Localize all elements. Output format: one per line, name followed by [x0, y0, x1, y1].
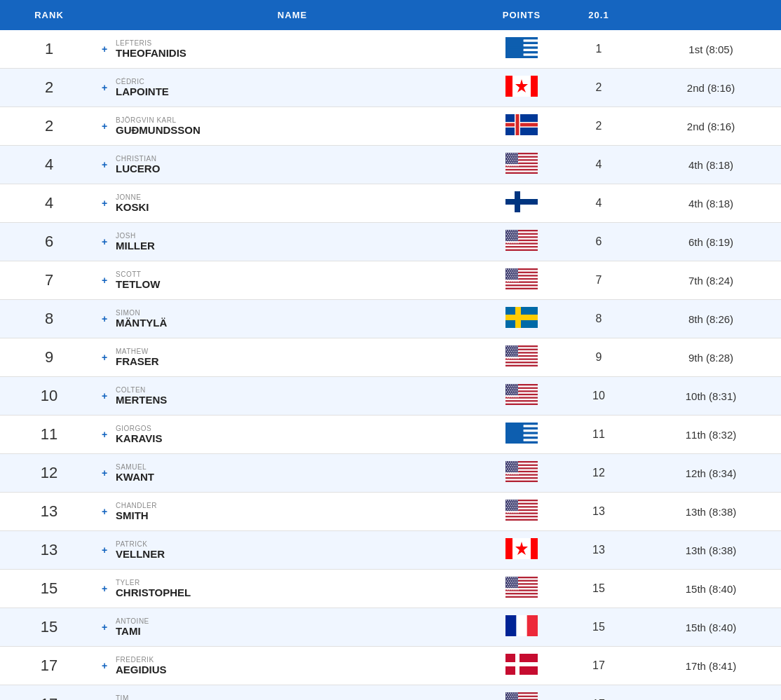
expand-icon[interactable]: +: [102, 467, 110, 479]
athlete-name: JOSH MILLER: [116, 232, 155, 252]
svg-point-308: [517, 393, 519, 394]
flag-cell: [487, 107, 557, 145]
svg-point-294: [513, 390, 515, 391]
expand-icon[interactable]: +: [102, 660, 110, 671]
svg-point-38: [512, 153, 514, 154]
svg-point-296: [517, 390, 519, 391]
svg-point-360: [515, 463, 517, 465]
svg-point-498: [517, 584, 518, 585]
svg-point-451: [509, 512, 510, 514]
svg-point-290: [517, 387, 518, 389]
svg-point-513: [511, 589, 512, 591]
svg-point-242: [512, 352, 514, 354]
expand-icon[interactable]: +: [102, 622, 110, 633]
svg-point-426: [507, 505, 508, 507]
svg-point-486: [517, 580, 518, 582]
svg-point-194: [515, 279, 516, 280]
svg-point-70: [517, 162, 519, 163]
expand-icon[interactable]: +: [102, 313, 110, 324]
svg-point-500: [509, 586, 510, 587]
svg-point-116: [511, 235, 512, 237]
svg-point-161: [509, 270, 510, 272]
svg-point-547: [510, 696, 512, 697]
expand-icon[interactable]: +: [102, 506, 110, 517]
expand-icon[interactable]: +: [102, 583, 110, 594]
svg-point-155: [508, 268, 510, 270]
svg-point-438: [507, 509, 508, 510]
name-cell: + BJÖRGVIN KARL GUÐMUNDSSON: [98, 107, 487, 145]
country-flag: [505, 692, 538, 700]
svg-point-440: [511, 509, 512, 510]
svg-point-514: [513, 589, 515, 591]
result-cell: 9th (8:28): [641, 338, 781, 376]
svg-point-262: [517, 358, 519, 359]
svg-point-366: [515, 465, 516, 466]
svg-point-81: [515, 165, 517, 167]
name-cell: + COLTEN MERTENS: [98, 377, 487, 415]
expand-icon[interactable]: +: [102, 390, 110, 402]
svg-point-202: [506, 282, 508, 284]
name-cell: + LEFTERIS THEOFANIDIS: [98, 30, 487, 68]
svg-point-51: [515, 156, 516, 158]
svg-point-393: [509, 474, 510, 475]
svg-point-244: [517, 352, 518, 354]
rank-cell: 12: [0, 454, 98, 492]
svg-point-380: [507, 470, 508, 472]
svg-point-43: [511, 155, 512, 156]
svg-point-409: [508, 500, 510, 501]
result-cell: 1st (8:05): [641, 30, 781, 68]
expand-icon[interactable]: +: [102, 236, 110, 247]
rank-cell: 15: [0, 570, 98, 608]
expand-icon[interactable]: +: [102, 121, 110, 132]
expand-icon[interactable]: +: [102, 352, 110, 363]
svg-point-533: [506, 692, 508, 694]
svg-rect-339: [505, 432, 524, 434]
expand-icon[interactable]: +: [102, 198, 110, 209]
svg-point-114: [507, 235, 508, 237]
svg-point-188: [515, 277, 517, 279]
svg-point-229: [510, 349, 512, 350]
svg-point-382: [511, 470, 512, 472]
expand-icon[interactable]: +: [102, 82, 110, 93]
svg-point-289: [515, 387, 516, 389]
svg-point-193: [512, 279, 514, 280]
svg-point-166: [506, 272, 508, 273]
svg-point-75: [515, 163, 516, 165]
expand-icon[interactable]: +: [102, 159, 110, 170]
svg-point-479: [515, 579, 517, 580]
svg-rect-205: [505, 315, 538, 320]
name-cell: + GIORGOS KARAVIS: [98, 416, 487, 453]
expand-icon[interactable]: +: [102, 544, 110, 556]
expand-icon[interactable]: +: [102, 429, 110, 440]
svg-point-411: [512, 500, 514, 501]
svg-point-364: [510, 465, 512, 466]
svg-point-157: [512, 268, 514, 270]
table-row: 2 + BJÖRGVIN KARL GUÐMUNDSSON 2 2nd (8:1…: [0, 107, 781, 146]
svg-point-239: [506, 352, 508, 354]
athlete-name: MATHEW FRASER: [116, 348, 159, 367]
svg-rect-338: [505, 427, 524, 430]
name-cell: + CHANDLER SMITH: [98, 493, 487, 530]
svg-point-56: [513, 158, 515, 160]
svg-point-185: [509, 277, 510, 279]
svg-point-141: [513, 242, 515, 244]
svg-point-287: [510, 387, 512, 389]
svg-point-259: [511, 358, 512, 359]
svg-point-397: [517, 474, 519, 475]
flag-cell: [487, 647, 557, 685]
svg-point-156: [510, 268, 512, 270]
svg-point-322: [508, 398, 510, 399]
result-cell: 15th (8:40): [641, 608, 781, 646]
country-flag: [505, 345, 538, 369]
svg-point-132: [506, 240, 508, 242]
first-name: ANTOINE: [116, 617, 149, 625]
expand-icon[interactable]: +: [102, 43, 110, 55]
expand-icon[interactable]: +: [102, 275, 110, 286]
rank-cell: 8: [0, 300, 98, 338]
svg-point-497: [515, 584, 516, 585]
result-cell: 17th (8:41): [641, 647, 781, 685]
svg-point-370: [511, 467, 512, 468]
svg-point-503: [515, 586, 517, 587]
svg-point-224: [513, 348, 515, 349]
svg-point-217: [510, 345, 512, 347]
